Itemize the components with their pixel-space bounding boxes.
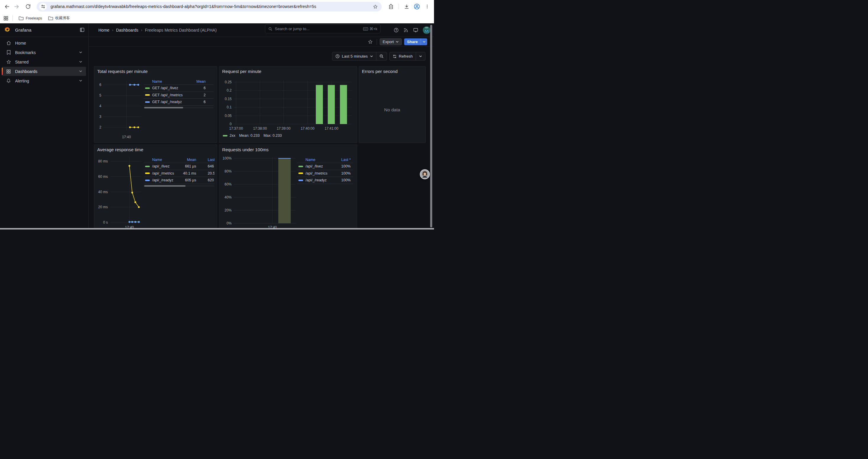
legend-row[interactable]: /api/_/metrics40.1 ms20.5 ms — [144, 170, 215, 177]
breadcrumb-dashboards[interactable]: Dashboards — [116, 28, 138, 32]
series-max: Max: 0.233 — [264, 133, 282, 138]
help-button[interactable] — [394, 28, 399, 33]
panel-title[interactable]: Request per minute — [222, 69, 261, 74]
panel-legend: NameMeanGET /api/_/livez6GET /api/_/metr… — [144, 78, 214, 108]
export-button[interactable]: Export — [380, 38, 402, 45]
sidebar-item-home[interactable]: Home — [2, 38, 86, 47]
downloads-button[interactable] — [402, 2, 411, 11]
news-button[interactable] — [403, 28, 409, 33]
svg-text:20%: 20% — [224, 208, 231, 212]
bookmark-folder-blogs[interactable]: 收藏博客 — [48, 15, 70, 21]
legend-row[interactable]: GET /api/_/metrics2 — [144, 92, 214, 99]
svg-text:0.25: 0.25 — [225, 80, 232, 84]
series-swatch-icon — [299, 166, 303, 167]
legend-col-mean[interactable]: Mean — [196, 79, 206, 84]
legend-scrollbar[interactable] — [144, 107, 214, 108]
legend-row[interactable]: GET /api/_/livez6 — [144, 85, 214, 92]
request-per-minute-chart: 0.250.20.150.10.05017:37:0017:38:0017:39… — [219, 66, 357, 143]
refresh-interval-button[interactable] — [416, 52, 425, 60]
legend-row[interactable]: /api/_/livez100% — [297, 163, 353, 170]
zoom-out-button[interactable] — [376, 52, 387, 60]
sidebar-item-label: Dashboards — [15, 69, 37, 74]
panel-title[interactable]: Errors per second — [362, 69, 398, 74]
toolbar-divider — [377, 39, 377, 45]
legend-scrollbar-thumb[interactable] — [144, 107, 183, 108]
svg-text:0: 0 — [229, 122, 231, 126]
chevron-down-icon[interactable] — [79, 79, 83, 83]
series-swatch-icon — [145, 166, 150, 167]
chevron-down-icon[interactable] — [79, 60, 83, 64]
series-name: GET /api/_/readyz — [152, 100, 182, 104]
browser-reload-button[interactable] — [24, 2, 32, 11]
bookmark-folder-freeleaps[interactable]: Freeleaps — [19, 16, 42, 21]
legend-col-name[interactable]: Name — [152, 158, 162, 162]
chevron-down-icon[interactable] — [79, 69, 83, 73]
sidebar-item-bookmarks[interactable]: Bookmarks — [2, 48, 86, 57]
sidebar-item-alerting[interactable]: Alerting — [2, 76, 86, 85]
legend-col-last[interactable]: Last * — [341, 158, 351, 162]
page-scrollbar[interactable] — [430, 25, 432, 227]
svg-text:60 ms: 60 ms — [98, 174, 108, 179]
legend-scrollbar[interactable] — [144, 185, 215, 187]
bookmarks-divider — [12, 15, 13, 21]
share-menu-button[interactable] — [421, 38, 427, 45]
search-shortcut: ⌘+k — [363, 27, 377, 31]
grafana-logo[interactable] — [4, 27, 11, 33]
favorite-dashboard-button[interactable] — [366, 38, 374, 45]
panel-total-requests-per-minute: Total requests per minute 6543217:40 Nam… — [94, 66, 217, 143]
chevron-down-icon[interactable] — [79, 51, 83, 54]
svg-text:60%: 60% — [224, 182, 231, 186]
extensions-button[interactable] — [387, 2, 395, 11]
bookmark-page-button[interactable] — [371, 3, 379, 11]
panel-title[interactable]: Total requests per minute — [97, 69, 148, 74]
dashboards-grid-icon — [6, 69, 11, 74]
search-icon — [268, 27, 272, 31]
browser-back-button[interactable] — [2, 2, 11, 11]
search-input[interactable] — [275, 27, 361, 31]
series-mean: Mean: 0.233 — [239, 133, 260, 138]
legend-col-name[interactable]: Name — [152, 79, 162, 84]
display-button[interactable] — [413, 28, 418, 33]
refresh-label: Refresh — [399, 54, 413, 59]
share-button[interactable]: Share — [404, 38, 421, 45]
floating-assistant-avatar[interactable] — [420, 169, 430, 179]
apps-grid-button[interactable] — [4, 16, 8, 21]
legend-row[interactable]: /api/_/livez661 µs646 µs — [144, 163, 215, 170]
sidebar-item-label: Home — [15, 41, 26, 45]
site-settings-badge[interactable] — [39, 3, 47, 10]
series-value: 605 µs — [185, 178, 196, 182]
legend-col-last[interactable]: Last * — [208, 158, 215, 162]
panel-requests-under-100ms: Requests under 100ms 100%80%60%40%20%0%1… — [219, 144, 357, 230]
legend-col-mean[interactable]: Mean — [187, 158, 196, 162]
svg-text:6: 6 — [99, 83, 101, 87]
legend-col-name[interactable]: Name — [306, 158, 315, 162]
kebab-menu-icon — [425, 4, 430, 9]
legend-row[interactable]: /api/_/readyz100% — [297, 177, 353, 184]
legend-row[interactable]: GET /api/_/readyz6 — [144, 99, 214, 106]
series-value: 6 — [204, 100, 206, 104]
mega-menu-toggle[interactable] — [80, 28, 85, 32]
series-value: 100% — [341, 171, 351, 175]
sidebar-item-label: Bookmarks — [15, 50, 36, 55]
legend-row[interactable]: /api/_/readyz605 µs620 µs — [144, 177, 215, 184]
time-range-picker[interactable]: Last 5 minutes — [332, 52, 376, 60]
panel-title[interactable]: Requests under 100ms — [222, 147, 269, 152]
panel-legend[interactable]: 2xx Mean: 0.233 Max: 0.233 — [223, 133, 286, 138]
svg-text:17:40: 17:40 — [122, 135, 131, 139]
address-bar[interactable]: grafana.mathmast.com/d/deytv4rwavabkb/fr… — [37, 2, 382, 11]
profile-button[interactable] — [413, 2, 421, 11]
panel-legend: NameLast */api/_/livez100%/api/_/metrics… — [297, 157, 353, 184]
series-swatch — [223, 135, 227, 136]
browser-menu-button[interactable] — [423, 2, 431, 11]
legend-scrollbar-thumb[interactable] — [144, 185, 186, 187]
legend-row[interactable]: /api/_/metrics100% — [297, 170, 353, 177]
breadcrumb-home[interactable]: Home — [98, 28, 109, 32]
sidebar-item-dashboards[interactable]: Dashboards — [2, 67, 86, 76]
panel-title[interactable]: Average response time — [97, 147, 143, 152]
browser-forward-button[interactable] — [13, 2, 21, 11]
refresh-button[interactable]: Refresh — [390, 52, 416, 60]
sidebar-item-starred[interactable]: Starred — [2, 57, 86, 66]
series-value: 100% — [341, 178, 351, 182]
search-bar[interactable]: ⌘+k — [265, 24, 380, 33]
user-avatar[interactable] — [423, 26, 430, 34]
